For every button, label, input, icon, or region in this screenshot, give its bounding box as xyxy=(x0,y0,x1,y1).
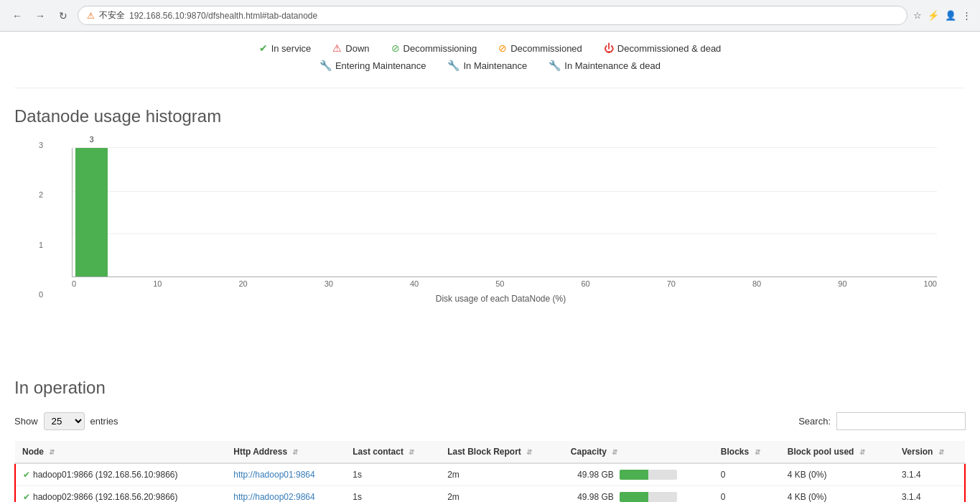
search-box: Search: xyxy=(798,412,966,430)
y-label-3: 3 xyxy=(14,141,43,149)
col-blocks[interactable]: Blocks ⇵ xyxy=(714,441,780,463)
legend-decommissioned-dead: ⏻ Decommissioned & dead xyxy=(604,42,722,54)
legend-entering-maintenance: 🔧 Entering Maintenance xyxy=(319,60,426,71)
x-label-60: 60 xyxy=(581,279,589,288)
decommissioned-dead-label: Decommissioned & dead xyxy=(617,43,722,54)
http-link[interactable]: http://hadoop02:9864 xyxy=(233,492,314,502)
y-label-1: 1 xyxy=(14,241,43,249)
histogram-container: 0 1 2 3 3 0 10 20 30 40 50 60 70 xyxy=(14,141,966,356)
grid-line-1 xyxy=(73,233,937,234)
node-cell: ✔hadoop01:9866 (192.168.56.10:9866) xyxy=(15,463,226,486)
in-maintenance-label: In Maintenance xyxy=(463,60,527,71)
x-axis-title: Disk usage of each DataNode (%) xyxy=(65,294,937,304)
blocks-cell: 0 xyxy=(714,486,780,503)
last-contact-cell: 1s xyxy=(345,463,440,486)
capacity-value: 49.98 GB xyxy=(571,492,614,502)
x-label-100: 100 xyxy=(924,279,937,288)
menu-icon[interactable]: ⋮ xyxy=(962,10,971,21)
reload-button[interactable]: ↻ xyxy=(55,7,72,24)
hist-bar-0: 3 xyxy=(75,148,108,276)
col-last-contact[interactable]: Last contact ⇵ xyxy=(345,441,440,463)
col-node[interactable]: Node ⇵ xyxy=(15,441,226,463)
decommissioned-icon: ⊘ xyxy=(498,42,507,54)
browser-chrome: ← → ↻ ⚠ 不安全 192.168.56.10:9870/dfshealth… xyxy=(0,0,980,32)
in-maintenance-dead-icon: 🔧 xyxy=(549,60,561,71)
extensions-icon[interactable]: ⚡ xyxy=(928,10,939,21)
chart-area: 3 xyxy=(72,148,937,277)
forward-button[interactable]: → xyxy=(32,7,49,24)
col-capacity[interactable]: Capacity ⇵ xyxy=(564,441,714,463)
y-axis: 0 1 2 3 xyxy=(14,141,43,299)
table-body: ✔hadoop01:9866 (192.168.56.10:9866)http:… xyxy=(15,463,965,502)
y-label-0: 0 xyxy=(14,290,43,299)
capacity-bar-fill xyxy=(620,492,648,502)
grid-line-3 xyxy=(73,147,937,148)
show-label: Show xyxy=(14,416,38,427)
legend-in-maintenance-dead: 🔧 In Maintenance & dead xyxy=(549,60,661,71)
in-maintenance-dead-label: In Maintenance & dead xyxy=(564,60,661,71)
header-row: Node ⇵ Http Address ⇵ Last contact ⇵ Las… xyxy=(15,441,965,463)
node-name: hadoop02:9866 (192.168.56.20:9866) xyxy=(33,492,178,502)
decommissioning-label: Decommissioning xyxy=(403,43,477,54)
entering-maintenance-label: Entering Maintenance xyxy=(335,60,426,71)
entries-label: entries xyxy=(90,416,118,427)
version-cell: 3.1.4 xyxy=(895,463,965,486)
x-label-20: 20 xyxy=(238,279,247,288)
col-block-pool-used[interactable]: Block pool used ⇵ xyxy=(780,441,895,463)
last-contact-cell: 1s xyxy=(345,486,440,503)
table-row: ✔hadoop01:9866 (192.168.56.10:9866)http:… xyxy=(15,463,965,486)
x-label-0: 0 xyxy=(72,279,76,288)
table-header: Node ⇵ Http Address ⇵ Last contact ⇵ Las… xyxy=(15,441,965,463)
col-last-block-report[interactable]: Last Block Report ⇵ xyxy=(440,441,564,463)
down-label: Down xyxy=(345,43,369,54)
x-label-30: 30 xyxy=(325,279,333,288)
capacity-bar-bg xyxy=(620,470,677,480)
back-button[interactable]: ← xyxy=(9,7,26,24)
node-cell: ✔hadoop02:9866 (192.168.56.20:9866) xyxy=(15,486,226,503)
down-icon: ⚠ xyxy=(332,42,342,54)
capacity-value: 49.98 GB xyxy=(571,470,614,480)
data-table: Node ⇵ Http Address ⇵ Last contact ⇵ Las… xyxy=(14,441,966,502)
blocks-cell: 0 xyxy=(714,463,780,486)
browser-actions: ☆ ⚡ 👤 ⋮ xyxy=(913,10,971,21)
warning-text: 不安全 xyxy=(99,9,125,22)
legend-decommissioned: ⊘ Decommissioned xyxy=(498,42,582,54)
show-entries: Show 10 25 50 100 entries xyxy=(14,412,118,430)
http-cell: http://hadoop01:9864 xyxy=(226,463,345,486)
version-cell: 3.1.4 xyxy=(895,486,965,503)
block-pool-used-cell: 4 KB (0%) xyxy=(780,463,895,486)
capacity-cell: 49.98 GB xyxy=(564,463,714,486)
entering-maintenance-icon: 🔧 xyxy=(319,60,332,71)
http-link[interactable]: http://hadoop01:9864 xyxy=(233,470,314,480)
last-block-report-cell: 2m xyxy=(440,463,564,486)
last-block-report-cell: 2m xyxy=(440,486,564,503)
legend: ✔ In service ⚠ Down ⊘ Decommissioning ⊘ … xyxy=(14,32,966,88)
http-cell: http://hadoop02:9864 xyxy=(226,486,345,503)
table-row: ✔hadoop02:9866 (192.168.56.20:9866)http:… xyxy=(15,486,965,503)
legend-down: ⚠ Down xyxy=(332,42,369,54)
col-version[interactable]: Version ⇵ xyxy=(895,441,965,463)
col-http[interactable]: Http Address ⇵ xyxy=(226,441,345,463)
grid-line-2 xyxy=(73,191,937,192)
node-status-icon: ✔ xyxy=(23,470,30,480)
block-pool-used-cell: 4 KB (0%) xyxy=(780,486,895,503)
capacity-bar-container: 49.98 GB xyxy=(571,492,706,502)
in-maintenance-icon: 🔧 xyxy=(447,60,459,71)
x-label-40: 40 xyxy=(410,279,419,288)
address-bar: ⚠ 不安全 192.168.56.10:9870/dfshealth.html#… xyxy=(78,6,907,25)
account-icon[interactable]: 👤 xyxy=(945,10,956,21)
table-controls: Show 10 25 50 100 entries Search: xyxy=(14,412,966,430)
x-label-80: 80 xyxy=(752,279,761,288)
star-icon[interactable]: ☆ xyxy=(913,10,922,21)
capacity-bar-bg xyxy=(620,492,677,502)
legend-row-1: ✔ In service ⚠ Down ⊘ Decommissioning ⊘ … xyxy=(14,42,966,54)
x-label-50: 50 xyxy=(495,279,504,288)
node-name: hadoop01:9866 (192.168.56.10:9866) xyxy=(33,470,178,480)
decommissioned-dead-icon: ⏻ xyxy=(604,42,614,54)
legend-row-2: 🔧 Entering Maintenance 🔧 In Maintenance … xyxy=(14,60,966,71)
histogram-title: Datanode usage histogram xyxy=(14,106,966,126)
decommissioning-icon: ⊘ xyxy=(391,42,400,54)
entries-select[interactable]: 10 25 50 100 xyxy=(44,412,85,430)
search-input[interactable] xyxy=(836,412,966,430)
capacity-bar-container: 49.98 GB xyxy=(571,470,706,480)
